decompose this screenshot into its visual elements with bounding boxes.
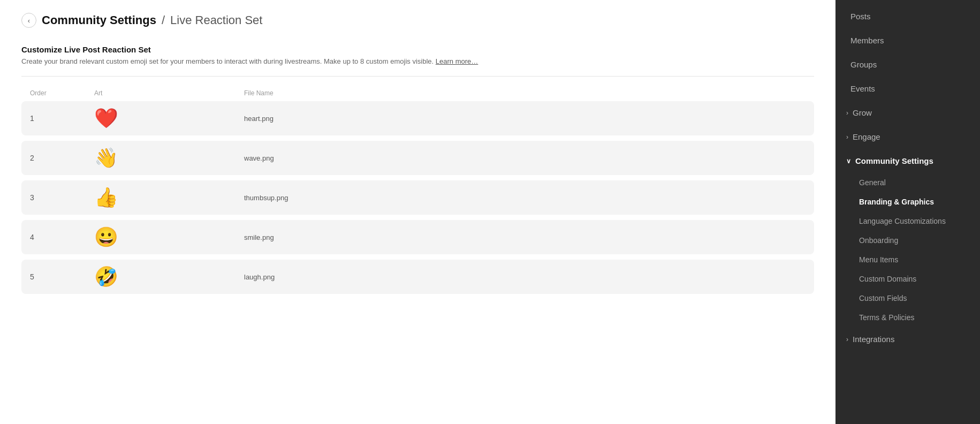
row-art: 👋: [94, 148, 244, 168]
row-order: 4: [30, 233, 94, 241]
grow-chevron-icon: ›: [846, 109, 848, 117]
community-settings-chevron-icon: ∨: [846, 157, 851, 165]
back-button[interactable]: ‹: [21, 13, 36, 28]
section-title: Customize Live Post Reaction Set: [21, 45, 814, 54]
page-header: ‹ Community Settings / Live Reaction Set: [21, 13, 814, 28]
sidebar-community-settings-toggle[interactable]: ∨ Community Settings: [835, 149, 980, 173]
row-art: ❤️: [94, 109, 244, 128]
engage-label: Engage: [853, 132, 880, 141]
row-filename: smile.png: [244, 233, 806, 241]
sidebar-sub-item-custom-fields[interactable]: Custom Fields: [835, 289, 980, 308]
page-subtitle: Live Reaction Set: [170, 13, 262, 27]
sidebar-sub-item-onboarding[interactable]: Onboarding: [835, 231, 980, 250]
right-sidebar: Posts Members Groups Events › Grow › Eng…: [835, 0, 980, 424]
sidebar-sub-item-menu-items[interactable]: Menu Items: [835, 250, 980, 269]
table-row: 4 😀 smile.png: [21, 220, 814, 254]
community-settings-label: Community Settings: [855, 156, 933, 165]
section-description: Create your brand relevant custom emoji …: [21, 57, 814, 65]
integrations-chevron-icon: ›: [846, 336, 848, 343]
row-filename: wave.png: [244, 154, 806, 162]
section: Customize Live Post Reaction Set Create …: [21, 45, 814, 65]
row-art: 😀: [94, 228, 244, 247]
emoji-list: 1 ❤️ heart.png 2 👋 wave.png 3 👍 thumbsup…: [21, 101, 814, 294]
integrations-label: Integrations: [853, 335, 894, 344]
row-order: 2: [30, 154, 94, 162]
sidebar-sub-item-custom-domains[interactable]: Custom Domains: [835, 269, 980, 289]
sidebar-integrations-toggle[interactable]: › Integrations: [835, 327, 980, 351]
section-divider: [21, 76, 814, 77]
sidebar-grow-toggle[interactable]: › Grow: [835, 101, 980, 125]
table-row: 3 👍 thumbsup.png: [21, 180, 814, 215]
sidebar-sub-item-general[interactable]: General: [835, 173, 980, 192]
row-filename: heart.png: [244, 115, 806, 123]
table-row: 5 🤣 laugh.png: [21, 260, 814, 294]
row-order: 5: [30, 272, 94, 281]
table-row: 2 👋 wave.png: [21, 141, 814, 175]
row-filename: laugh.png: [244, 273, 806, 281]
table-row: 1 ❤️ heart.png: [21, 101, 814, 135]
row-art: 👍: [94, 188, 244, 207]
row-order: 1: [30, 114, 94, 123]
row-filename: thumbsup.png: [244, 194, 806, 202]
sidebar-sub-item-language[interactable]: Language Customizations: [835, 211, 980, 231]
breadcrumb-separator: /: [162, 13, 165, 27]
main-content: ‹ Community Settings / Live Reaction Set…: [0, 0, 835, 424]
sidebar-item-members[interactable]: Members: [835, 28, 980, 52]
grow-label: Grow: [853, 108, 872, 117]
col-filename: File Name: [244, 89, 806, 97]
col-art: Art: [94, 89, 244, 97]
sidebar-engage-toggle[interactable]: › Engage: [835, 125, 980, 149]
learn-more-link[interactable]: Learn more…: [436, 57, 478, 65]
sidebar-item-events[interactable]: Events: [835, 77, 980, 101]
col-order: Order: [30, 89, 94, 97]
sidebar-sub-item-terms[interactable]: Terms & Policies: [835, 308, 980, 327]
community-sub-menu: GeneralBranding & GraphicsLanguage Custo…: [835, 173, 980, 327]
sidebar-item-groups[interactable]: Groups: [835, 52, 980, 77]
engage-chevron-icon: ›: [846, 133, 848, 141]
page-title: Community Settings: [42, 13, 156, 27]
sidebar-sub-item-branding[interactable]: Branding & Graphics: [835, 192, 980, 211]
table-header: Order Art File Name: [21, 89, 814, 97]
row-order: 3: [30, 193, 94, 202]
row-art: 🤣: [94, 267, 244, 286]
sidebar-item-posts[interactable]: Posts: [835, 4, 980, 28]
